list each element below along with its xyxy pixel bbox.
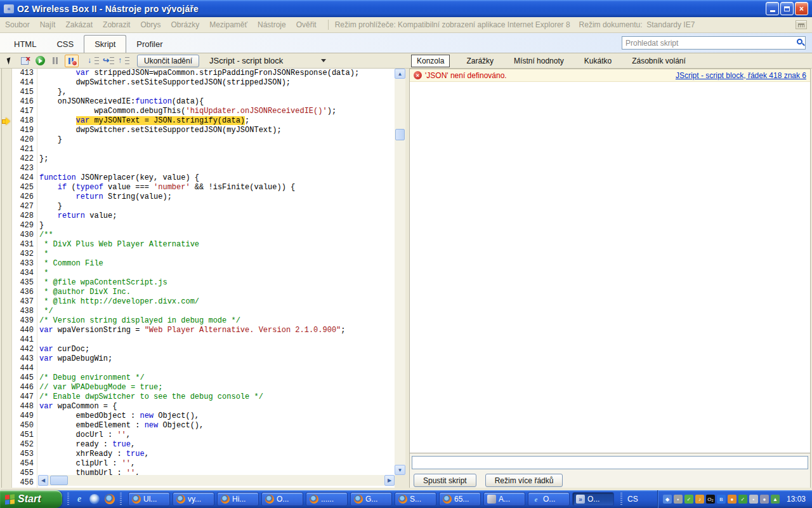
stop-debugging-button[interactable]: Ukončit ladění: [137, 55, 199, 67]
code-line[interactable]: 415 },: [12, 88, 395, 97]
code-line[interactable]: 449 embedObject : new Object(),: [12, 411, 395, 421]
code-line[interactable]: 421: [12, 145, 395, 154]
horizontal-scroll-thumb[interactable]: [50, 476, 68, 485]
touch-icon[interactable]: ●: [728, 495, 737, 504]
code-line[interactable]: 424function JSONreplacer(key, value) {: [12, 173, 395, 183]
clear-breakpoints-icon[interactable]: [19, 55, 30, 67]
code-line[interactable]: 419 dwpSwitcher.setSiteSupportedJSON(myJ…: [12, 126, 395, 135]
code-line[interactable]: 433 * Common File: [12, 259, 395, 269]
security-shield-icon[interactable]: ✓: [684, 495, 693, 504]
code-line[interactable]: 452 ready : true,: [12, 440, 395, 450]
title-bar[interactable]: « O2 Wireless Box II - Nástroje pro vývo…: [0, 0, 812, 17]
console-tab-konzola[interactable]: Konzola: [411, 55, 450, 67]
error-location-link[interactable]: JScript - script block, řádek 418 znak 6: [676, 71, 806, 80]
o2-icon[interactable]: O₂: [706, 495, 715, 504]
code-line[interactable]: 429}: [12, 221, 395, 231]
code-line[interactable]: 428 return value;: [12, 211, 395, 221]
tab-html[interactable]: HTML: [4, 36, 46, 53]
code-line[interactable]: 420 }: [12, 135, 395, 145]
taskbar-button[interactable]: 65...: [439, 492, 481, 506]
step-into-icon[interactable]: ↓: [88, 55, 99, 67]
code-line[interactable]: 441: [12, 335, 395, 345]
vpn-icon[interactable]: ▲: [771, 495, 780, 504]
start-button[interactable]: Start: [0, 490, 62, 508]
menu-najít[interactable]: Najít: [40, 20, 56, 29]
taskbar-button[interactable]: Hi...: [217, 492, 259, 506]
pause-icon[interactable]: [49, 55, 61, 67]
close-button[interactable]: ×: [795, 2, 808, 15]
internet-explorer-icon[interactable]: e: [74, 494, 84, 504]
console-tab-zarážky[interactable]: Zarážky: [462, 55, 497, 67]
code-line[interactable]: 432 *: [12, 250, 395, 259]
pin-icon[interactable]: [796, 20, 807, 29]
bluetooth-icon[interactable]: B: [717, 495, 726, 504]
taskbar-button[interactable]: »O...: [572, 492, 614, 506]
breakpoint-margin[interactable]: [2, 69, 12, 488]
console-tab-zásobník-volání[interactable]: Zásobník volání: [628, 55, 690, 67]
menu-obrázky[interactable]: Obrázky: [171, 20, 199, 29]
taskbar-button[interactable]: Ul...: [128, 492, 170, 506]
update-icon[interactable]: ✓: [738, 495, 747, 504]
menu-obrys[interactable]: Obrys: [140, 20, 160, 29]
code-line[interactable]: 451 docUrl : '',: [12, 431, 395, 440]
step-out-icon[interactable]: ↑: [118, 55, 129, 67]
taskbar-button[interactable]: O...: [261, 492, 303, 506]
scroll-left-icon[interactable]: ◀: [38, 475, 48, 486]
code-line[interactable]: 445/* Debug environment */: [12, 373, 395, 383]
taskbar-button[interactable]: vy...: [173, 492, 214, 506]
menu-zobrazit[interactable]: Zobrazit: [103, 20, 130, 29]
taskbar-button[interactable]: S...: [395, 492, 436, 506]
scroll-right-icon[interactable]: ▶: [384, 475, 395, 486]
menu-soubor[interactable]: Soubor: [5, 20, 30, 29]
code-line[interactable]: 447/* Enable dwpSwitcher to see the debu…: [12, 392, 395, 402]
continue-icon[interactable]: [34, 55, 46, 67]
code-line[interactable]: 416 onJSONReceivedIE:function(data){: [12, 97, 395, 107]
code-line[interactable]: 413 var strippedJSON=wpaCommon.stripPadd…: [12, 69, 395, 78]
multiline-mode-button[interactable]: Režim více řádků: [485, 474, 563, 487]
code-vertical-scrollbar[interactable]: ▲ ▼: [395, 69, 405, 475]
code-line[interactable]: 450 embedElement : new Object(),: [12, 421, 395, 431]
console-input[interactable]: [412, 456, 808, 469]
vertical-scroll-thumb[interactable]: [395, 129, 405, 140]
console-tab-místní-hodnoty[interactable]: Místní hodnoty: [510, 55, 568, 67]
code-line[interactable]: 417 wpaCommon.debugThis('hiqUpdater.onJS…: [12, 107, 395, 116]
select-element-icon[interactable]: [4, 55, 15, 67]
code-line[interactable]: 439/* Version string displayed in debug …: [12, 316, 395, 326]
code-line[interactable]: 444: [12, 364, 395, 373]
code-line[interactable]: 418 var myJSONText = JSON.stringify(data…: [12, 116, 395, 126]
code-line[interactable]: 442var curDoc;: [12, 345, 395, 354]
network-icon[interactable]: ▪: [749, 495, 758, 504]
tab-profiler[interactable]: Profiler: [126, 36, 173, 53]
code-line[interactable]: 453 xhrReady : true,: [12, 450, 395, 459]
tab-skript[interactable]: Skript: [84, 35, 126, 53]
code-line[interactable]: 454 clipUrl : '',: [12, 459, 395, 469]
code-line[interactable]: 414 dwpSwitcher.setSiteSupportedJSON(str…: [12, 78, 395, 88]
messenger-icon[interactable]: ◆: [663, 495, 672, 504]
code-line[interactable]: 431 * DivX Plus Web Player Alternative: [12, 240, 395, 250]
headset-icon[interactable]: ●: [760, 495, 769, 504]
step-over-icon[interactable]: ↪: [103, 55, 114, 67]
menu-mezipaměť[interactable]: Mezipaměť: [209, 20, 247, 29]
code-line[interactable]: 422};: [12, 154, 395, 164]
tab-css[interactable]: CSS: [46, 36, 84, 53]
taskbar-button[interactable]: A...: [483, 492, 525, 506]
code-line[interactable]: 438 */: [12, 307, 395, 316]
volume-icon[interactable]: ♪: [695, 495, 704, 504]
run-script-button[interactable]: Spustit skript: [414, 474, 476, 487]
code-line[interactable]: 427 }: [12, 202, 395, 211]
safely-remove-icon[interactable]: ▪: [674, 495, 683, 504]
code-line[interactable]: 423: [12, 164, 395, 173]
code-line[interactable]: 435 * @file wpaContentScript.js: [12, 278, 395, 288]
code-line[interactable]: 440var wpaVersionString = "Web Player Al…: [12, 326, 395, 335]
minimize-button[interactable]: [766, 2, 779, 15]
code-line[interactable]: 426 return String(value);: [12, 192, 395, 202]
scroll-up-icon[interactable]: ▲: [395, 69, 405, 79]
language-bar[interactable]: CS: [620, 493, 638, 505]
taskbar-button[interactable]: G...: [350, 492, 392, 506]
code-line[interactable]: 436 * @author DivX Inc.: [12, 288, 395, 297]
scroll-down-icon[interactable]: ▼: [395, 465, 405, 475]
code-line[interactable]: 448var wpaCommon = {: [12, 402, 395, 411]
search-icon[interactable]: [797, 39, 802, 44]
code-line[interactable]: 425 if (typeof value === 'number' && !is…: [12, 183, 395, 192]
code-line[interactable]: 434 *: [12, 269, 395, 278]
